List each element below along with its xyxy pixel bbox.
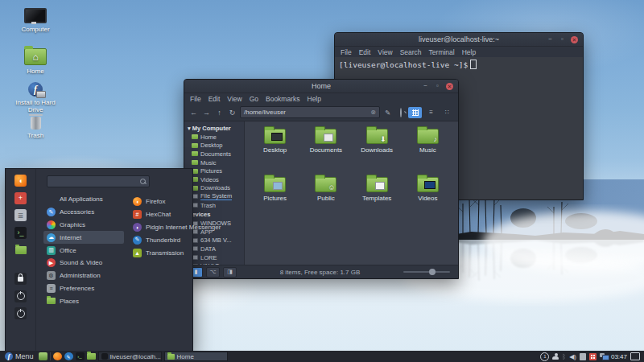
file-manager-window[interactable]: Home − ▫ ✕ File Edit View Go Bookmarks H… — [184, 79, 459, 279]
software-favorite-icon[interactable]: ≣ — [14, 209, 27, 221]
display-settings-icon[interactable] — [630, 352, 640, 360]
sidebar-item-downloads[interactable]: Downloads — [184, 184, 244, 193]
list-view-button[interactable]: ≡ — [424, 107, 438, 118]
sidebar-device[interactable]: DATA — [184, 245, 244, 253]
folder-desktop[interactable]: Desktop — [251, 125, 299, 173]
sidebar-item-videos[interactable]: Videos — [184, 175, 244, 184]
minimize-icon[interactable]: − — [422, 83, 429, 90]
category-accessories[interactable]: ✎Accessories — [43, 206, 124, 219]
icon-view-button[interactable] — [408, 107, 422, 118]
category-sound-video[interactable]: ▶Sound & Video — [43, 257, 124, 269]
category-graphics[interactable]: Graphics — [43, 219, 124, 232]
folder-public[interactable]: ☺ Public — [302, 173, 349, 221]
menu-help[interactable]: Help — [462, 48, 476, 56]
compact-view-button[interactable]: ∷ — [440, 107, 454, 118]
desktop-icon-computer[interactable]: Computer — [10, 8, 61, 33]
app-transmission[interactable]: ▲Transmission — [133, 246, 191, 259]
zoom-slider[interactable] — [403, 271, 450, 273]
sidebar-item-trash[interactable]: Trash — [184, 201, 244, 210]
maximize-icon[interactable]: ▫ — [434, 83, 441, 90]
toggle-location-icon[interactable]: ✎ — [382, 109, 393, 117]
shutdown-icon[interactable] — [14, 307, 27, 319]
menu-go[interactable]: Go — [250, 95, 258, 103]
sidebar-device[interactable]: 634 MB V... — [184, 237, 244, 245]
folder-music[interactable]: ♪ Music — [404, 125, 452, 173]
menu-view[interactable]: View — [227, 95, 242, 103]
sidebar-item-desktop[interactable]: Desktop — [184, 142, 244, 150]
category-office[interactable]: ▥Office — [43, 244, 124, 257]
sidebar-item-music[interactable]: Music — [184, 158, 244, 167]
close-icon[interactable]: ✕ — [446, 83, 453, 90]
app-pidgin[interactable]: ◗Pidgin Internet Messenger — [133, 221, 191, 234]
toggle-treeview-button[interactable]: ⌥ — [206, 267, 220, 278]
folder-templates[interactable]: Templates — [353, 173, 401, 221]
logout-icon[interactable] — [14, 290, 27, 302]
hide-sidebar-button[interactable]: ◨ — [223, 267, 237, 278]
clipboard-icon[interactable] — [580, 353, 586, 360]
sidebar-section-computer[interactable]: ▾ My Computer — [184, 123, 244, 133]
bluetooth-icon[interactable]: ᛒ — [562, 353, 566, 360]
folder-videos[interactable]: Videos — [404, 173, 452, 221]
app-firefox[interactable]: ◖Firefox — [133, 195, 191, 208]
sidebar-item-pictures[interactable]: Pictures — [184, 167, 244, 175]
menu-view[interactable]: View — [378, 48, 392, 56]
lock-screen-icon[interactable] — [14, 273, 27, 285]
menu-bookmarks[interactable]: Bookmarks — [266, 95, 300, 103]
desktop-icon-trash[interactable]: Trash — [10, 114, 61, 139]
filemanager-titlebar[interactable]: Home − ▫ ✕ — [184, 80, 458, 93]
menu-search[interactable]: Search — [400, 48, 422, 56]
sidebar-item-filesystem[interactable]: File System — [184, 192, 244, 201]
window-button-home[interactable]: Home — [164, 352, 228, 361]
files-favorite-icon[interactable] — [14, 244, 27, 256]
user-applet-icon[interactable] — [552, 353, 559, 360]
category-all-applications[interactable]: All Applications — [43, 193, 124, 206]
sidebar-device[interactable]: LORE — [184, 253, 244, 262]
desktop-icon-home[interactable]: ⌂ Home — [10, 48, 61, 75]
app-hexchat[interactable]: #HexChat — [133, 208, 191, 221]
up-icon[interactable]: ↑ — [214, 109, 225, 117]
category-administration[interactable]: ⚙Administration — [43, 269, 124, 282]
window-button-terminal[interactable]: liveuser@localh... — [98, 352, 162, 361]
menu-button[interactable]: f Menu — [2, 351, 36, 362]
maximize-icon[interactable]: ▫ — [559, 36, 566, 43]
show-desktop-icon[interactable] — [39, 352, 47, 360]
update-notifier-icon[interactable] — [589, 353, 597, 360]
folder-pictures[interactable]: Pictures — [251, 173, 299, 221]
volume-icon[interactable]: ◀) — [569, 353, 576, 360]
path-entry[interactable]: /home/liveuser ⊗ — [240, 106, 380, 118]
category-preferences[interactable]: ≡Preferences — [43, 282, 124, 295]
folder-documents[interactable]: Documents — [302, 125, 349, 173]
minimize-icon[interactable]: − — [547, 36, 554, 43]
refresh-icon[interactable]: ↻ — [227, 109, 237, 117]
app-thunderbird[interactable]: ✎Thunderbird — [133, 233, 191, 246]
menu-edit[interactable]: Edit — [208, 95, 221, 103]
terminal-titlebar[interactable]: liveuser@localhost-live:~ − ▫ ✕ — [335, 33, 583, 47]
search-icon[interactable] — [395, 109, 406, 117]
menu-help[interactable]: Help — [308, 95, 321, 103]
forward-icon[interactable]: → — [201, 109, 212, 117]
firefox-favorite-icon[interactable]: ◖ — [14, 175, 27, 187]
menu-edit[interactable]: Edit — [359, 48, 371, 56]
sidebar-item-home[interactable]: Home — [184, 133, 244, 142]
installer-favorite-icon[interactable]: + — [14, 192, 27, 204]
clock[interactable]: 03:47 — [611, 353, 627, 360]
close-icon[interactable]: ✕ — [571, 36, 578, 43]
folder-view[interactable]: Desktop Documents ⬇ Downloads ♪ Music Pi… — [245, 121, 458, 265]
files-launcher-icon[interactable] — [87, 352, 96, 360]
firefox-launcher-icon[interactable] — [53, 352, 62, 360]
terminal-favorite-icon[interactable]: ›_ — [14, 227, 27, 239]
thunderbird-launcher-icon[interactable]: ✎ — [64, 352, 73, 360]
menu-file[interactable]: File — [341, 48, 352, 56]
menu-terminal[interactable]: Terminal — [429, 48, 455, 56]
sidebar-item-documents[interactable]: Documents — [184, 150, 244, 158]
category-internet[interactable]: ☁Internet — [43, 231, 124, 244]
folder-downloads[interactable]: ⬇ Downloads — [353, 125, 401, 173]
clear-entry-icon[interactable]: ⊗ — [370, 109, 376, 116]
menu-file[interactable]: File — [190, 95, 201, 103]
terminal-launcher-icon[interactable]: ›_ — [76, 352, 85, 360]
network-icon[interactable] — [600, 353, 608, 360]
back-icon[interactable]: ← — [188, 109, 199, 117]
notifications-icon[interactable]: 1 — [540, 352, 549, 361]
desktop-icon-install[interactable]: f Install to Hard Drive — [10, 82, 61, 113]
category-places[interactable]: Places — [43, 294, 124, 307]
